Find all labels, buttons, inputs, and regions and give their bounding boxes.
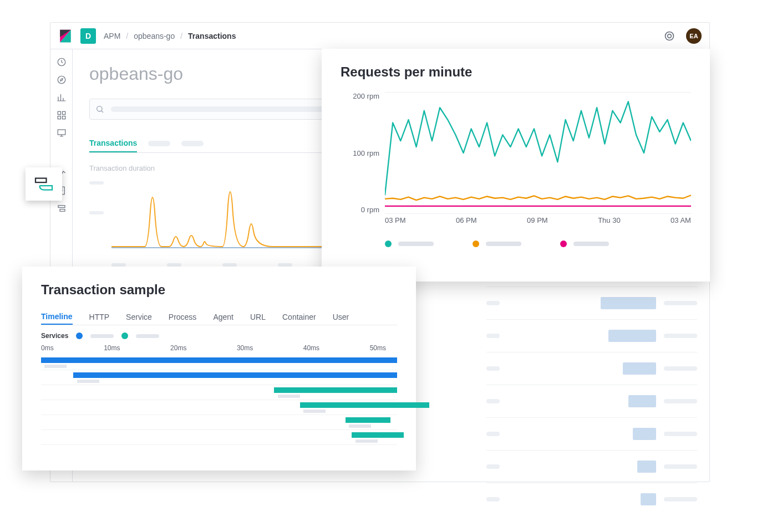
rpm-chart: 200 rpm 100 rpm 0 rpm 03 PM 06 PM 09 PM … — [341, 92, 691, 225]
legend-dot-icon — [385, 241, 392, 247]
rpm-y-axis: 200 rpm 100 rpm 0 rpm — [341, 92, 379, 214]
legend-dot-icon — [560, 241, 567, 247]
legend-item[interactable] — [560, 241, 609, 247]
svg-rect-6 — [58, 111, 60, 114]
user-avatar[interactable]: EA — [686, 28, 702, 44]
axis-tick: 30ms — [237, 344, 253, 352]
nav-dashboard-icon[interactable] — [57, 110, 67, 120]
gantt-row[interactable] — [41, 357, 397, 370]
nav-canvas-icon[interactable] — [57, 128, 67, 138]
tab-placeholder[interactable] — [181, 141, 204, 146]
table-row — [486, 457, 697, 476]
breadcrumb-current: Transactions — [188, 32, 236, 40]
legend-dot-icon — [76, 332, 83, 339]
breadcrumbs: APM / opbeans-go / Transactions — [104, 32, 236, 40]
services-legend: Services — [41, 332, 397, 340]
axis-tick: 40ms — [303, 344, 319, 352]
sample-tabs: TimelineHTTPServiceProcessAgentURLContai… — [41, 309, 397, 325]
axis-tick: 20ms — [170, 344, 186, 352]
tab-transactions[interactable]: Transactions — [89, 134, 137, 152]
gantt-row[interactable] — [41, 387, 397, 400]
axis-tick: 09 PM — [527, 216, 548, 224]
axis-tick-placeholder — [89, 211, 104, 214]
timeline-axis: 0ms10ms20ms30ms40ms50ms — [41, 344, 397, 352]
svg-rect-7 — [62, 111, 65, 114]
gantt-row[interactable] — [41, 402, 397, 415]
table-row — [486, 294, 697, 313]
gantt-row[interactable] — [41, 432, 397, 445]
axis-tick-placeholder — [89, 181, 104, 185]
gantt-row[interactable] — [41, 372, 397, 385]
axis-tick: 0 rpm — [341, 206, 379, 214]
app-header: D APM / opbeans-go / Transactions EA — [50, 23, 709, 49]
svg-point-5 — [58, 76, 65, 84]
help-icon[interactable] — [664, 30, 675, 42]
axis-tick: 200 rpm — [341, 92, 379, 100]
nav-visualize-icon[interactable] — [57, 93, 67, 103]
transaction-sample-card: Transaction sample TimelineHTTPServicePr… — [22, 267, 416, 470]
breadcrumb-sep: / — [126, 32, 128, 40]
search-icon — [95, 105, 104, 114]
tab-user[interactable]: User — [333, 309, 349, 325]
gantt-row[interactable] — [41, 417, 397, 430]
app-switcher-button[interactable]: D — [80, 28, 96, 44]
legend-dot-icon — [121, 332, 128, 339]
apm-float-icon[interactable] — [26, 167, 62, 201]
table-row — [486, 359, 697, 378]
svg-point-2 — [666, 32, 674, 40]
svg-rect-9 — [62, 116, 65, 119]
rpm-chart-card: Requests per minute 200 rpm 100 rpm 0 rp… — [322, 49, 710, 282]
axis-tick: 0ms — [41, 344, 54, 352]
tab-container[interactable]: Container — [282, 309, 316, 325]
tab-http[interactable]: HTTP — [89, 309, 110, 325]
tab-agent[interactable]: Agent — [213, 309, 233, 325]
rpm-legend — [385, 241, 609, 247]
breadcrumb-apm[interactable]: APM — [104, 32, 120, 40]
services-label: Services — [41, 332, 68, 340]
nav-discover-icon[interactable] — [57, 75, 67, 85]
nav-apm-icon[interactable] — [57, 203, 67, 213]
axis-tick: 03 AM — [671, 216, 691, 224]
legend-item[interactable] — [473, 241, 521, 247]
breadcrumb-service[interactable]: opbeans-go — [134, 32, 175, 40]
svg-point-3 — [668, 34, 672, 38]
svg-rect-12 — [58, 206, 65, 208]
tab-timeline[interactable]: Timeline — [41, 309, 73, 325]
table-row — [486, 392, 697, 411]
tab-process[interactable]: Process — [169, 309, 197, 325]
table-row — [486, 490, 697, 509]
axis-tick: 06 PM — [456, 216, 477, 224]
background-data-rows — [486, 261, 697, 509]
nav-recent-icon[interactable] — [57, 57, 67, 67]
svg-point-14 — [97, 106, 102, 111]
svg-rect-8 — [58, 116, 60, 119]
axis-tick: Thu 30 — [598, 216, 620, 224]
tab-placeholder[interactable] — [148, 141, 170, 146]
legend-item[interactable] — [385, 241, 434, 247]
timeline-gantt — [41, 357, 397, 445]
kibana-logo-icon[interactable] — [58, 29, 73, 43]
svg-rect-10 — [58, 130, 65, 135]
axis-tick: 10ms — [104, 344, 120, 352]
axis-tick: 03 PM — [385, 216, 406, 224]
svg-rect-13 — [60, 209, 65, 212]
breadcrumb-sep: / — [180, 32, 182, 40]
axis-tick: 100 rpm — [341, 149, 379, 157]
tab-url[interactable]: URL — [250, 309, 266, 325]
table-row — [486, 326, 697, 345]
tab-service[interactable]: Service — [126, 309, 152, 325]
rpm-title: Requests per minute — [341, 64, 691, 80]
legend-dot-icon — [473, 241, 479, 247]
axis-tick: 50ms — [370, 344, 386, 352]
table-row — [486, 424, 697, 443]
sample-title: Transaction sample — [41, 282, 397, 298]
rpm-x-axis: 03 PM 06 PM 09 PM Thu 30 03 AM — [385, 216, 691, 224]
